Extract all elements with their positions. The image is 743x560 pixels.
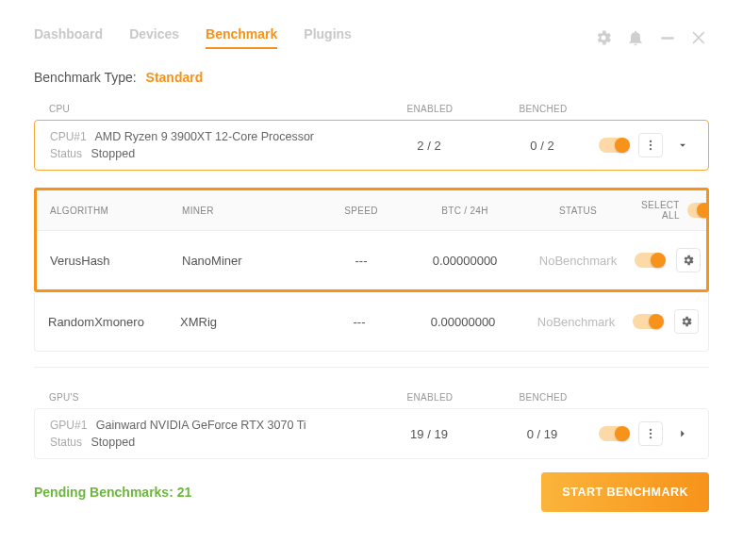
svg-point-3 bbox=[650, 148, 652, 150]
svg-rect-0 bbox=[661, 37, 673, 40]
bell-icon[interactable] bbox=[626, 28, 645, 47]
algo-settings-button[interactable] bbox=[674, 309, 699, 334]
cpu-status-value: Stopped bbox=[91, 147, 136, 160]
tab-plugins[interactable]: Plugins bbox=[304, 26, 352, 49]
algo-btc24: 0.00000000 bbox=[408, 254, 521, 268]
cpu-toggle[interactable] bbox=[599, 138, 629, 153]
algo-name: RandomXmonero bbox=[48, 315, 180, 329]
svg-point-1 bbox=[650, 140, 652, 142]
svg-point-6 bbox=[650, 436, 652, 438]
cpu-id: CPU#1 bbox=[50, 130, 87, 143]
algo-header-status: STATUS bbox=[521, 206, 635, 216]
algo-speed: --- bbox=[312, 315, 406, 329]
gpu-header-label: GPU'S bbox=[49, 392, 373, 403]
gpu-header-enabled: ENABLED bbox=[373, 392, 487, 403]
algorithm-highlight-block: ALGORITHM MINER SPEED BTC / 24H STATUS S… bbox=[34, 188, 709, 292]
algo-settings-button[interactable] bbox=[676, 248, 701, 272]
cpu-name: AMD Ryzen 9 3900XT 12-Core Processor bbox=[94, 130, 314, 143]
cpu-device-card: CPU#1 AMD Ryzen 9 3900XT 12-Core Process… bbox=[34, 120, 709, 171]
algo-status: NoBenchmark bbox=[521, 254, 635, 268]
svg-point-2 bbox=[650, 144, 652, 146]
benchmark-type-value[interactable]: Standard bbox=[146, 70, 204, 85]
gpu-toggle[interactable] bbox=[599, 426, 629, 441]
algo-header-algorithm: ALGORITHM bbox=[50, 206, 182, 216]
cpu-benched: 0 / 2 bbox=[486, 139, 599, 153]
algo-toggle[interactable] bbox=[633, 314, 663, 329]
start-benchmark-button[interactable]: START BENCHMARK bbox=[541, 472, 709, 512]
algo-row-randomx: RandomXmonero XMRig --- 0.00000000 NoBen… bbox=[34, 292, 709, 352]
section-divider bbox=[34, 367, 709, 368]
gpu-enabled: 19 / 19 bbox=[372, 427, 486, 441]
cpu-expand-icon[interactable] bbox=[672, 139, 693, 152]
algo-header-btc24: BTC / 24H bbox=[408, 206, 521, 216]
cpu-status-label: Status bbox=[50, 147, 82, 160]
benchmark-type-label: Benchmark Type: bbox=[34, 70, 137, 85]
algo-status: NoBenchmark bbox=[520, 315, 633, 329]
algo-header-speed: SPEED bbox=[314, 206, 408, 216]
gpu-device-card: GPU#1 Gainward NVIDIA GeForce RTX 3070 T… bbox=[34, 408, 709, 459]
gpu-header-benched: BENCHED bbox=[487, 392, 600, 403]
select-all-toggle[interactable] bbox=[687, 203, 709, 218]
tab-benchmark[interactable]: Benchmark bbox=[206, 26, 277, 49]
gear-icon[interactable] bbox=[594, 28, 613, 47]
gpu-expand-icon[interactable] bbox=[672, 427, 693, 440]
gpu-id: GPU#1 bbox=[50, 419, 87, 432]
cpu-header-label: CPU bbox=[49, 104, 373, 114]
algo-btc24: 0.00000000 bbox=[406, 315, 520, 329]
cpu-header-benched: BENCHED bbox=[487, 104, 600, 114]
svg-point-5 bbox=[650, 433, 652, 435]
algo-header-selectall: SELECT ALL bbox=[635, 200, 680, 221]
algo-toggle[interactable] bbox=[635, 253, 665, 268]
algo-miner: XMRig bbox=[180, 315, 312, 329]
algo-header-miner: MINER bbox=[182, 206, 314, 216]
tab-dashboard[interactable]: Dashboard bbox=[34, 26, 103, 49]
algo-speed: --- bbox=[314, 254, 408, 268]
gpu-status-label: Status bbox=[50, 436, 82, 449]
cpu-header-enabled: ENABLED bbox=[373, 104, 487, 114]
nav-tabs: Dashboard Devices Benchmark Plugins bbox=[34, 26, 352, 49]
svg-point-4 bbox=[650, 429, 652, 431]
gpu-name: Gainward NVIDIA GeForce RTX 3070 Ti bbox=[96, 419, 306, 432]
algo-miner: NanoMiner bbox=[182, 254, 314, 268]
tab-devices[interactable]: Devices bbox=[129, 26, 179, 49]
minimize-icon[interactable] bbox=[658, 28, 677, 47]
cpu-enabled: 2 / 2 bbox=[372, 139, 486, 153]
cpu-more-button[interactable] bbox=[638, 133, 663, 157]
gpu-status-value: Stopped bbox=[91, 436, 136, 449]
pending-benchmarks: Pending Benchmarks: 21 bbox=[34, 485, 191, 500]
algo-row-verushash: VerusHash NanoMiner --- 0.00000000 NoBen… bbox=[37, 230, 706, 289]
algo-name: VerusHash bbox=[50, 254, 182, 268]
gpu-more-button[interactable] bbox=[638, 421, 663, 446]
close-icon[interactable] bbox=[690, 28, 709, 47]
gpu-benched: 0 / 19 bbox=[486, 427, 599, 441]
